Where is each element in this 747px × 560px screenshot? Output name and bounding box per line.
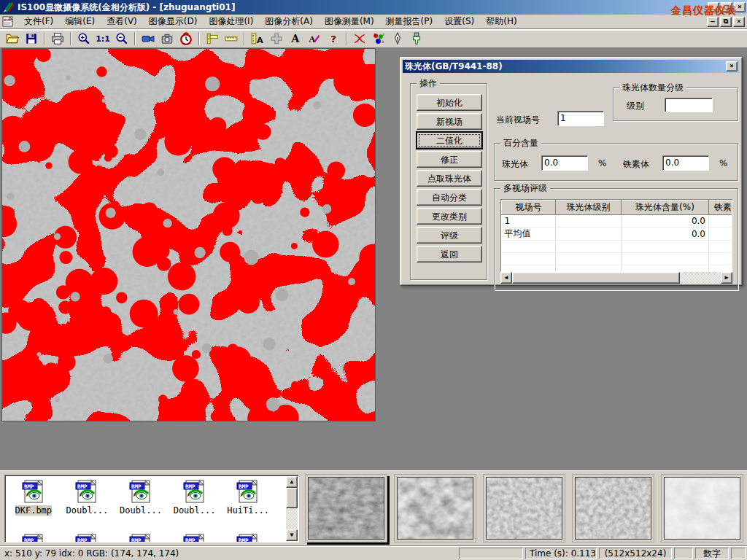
toolbar-button-timer-icon[interactable]: [177, 31, 196, 47]
toolbar-button-measure-label-icon[interactable]: A: [248, 31, 267, 47]
menu-item[interactable]: 设置(S): [438, 14, 480, 29]
thumbnail[interactable]: [483, 474, 565, 542]
pearlite-percent-input[interactable]: 0.0: [541, 155, 588, 171]
toolbar-button-annotate-icon[interactable]: A: [305, 31, 324, 47]
table-row[interactable]: [502, 253, 733, 265]
child-minimize-button[interactable]: —: [707, 17, 719, 27]
file-item[interactable]: BMP: [7, 531, 61, 542]
table-header[interactable]: 视场号: [502, 201, 556, 215]
toolbar-button-text-icon[interactable]: A: [286, 31, 305, 47]
toolbar-button-caliper-icon[interactable]: [203, 31, 222, 47]
child-restore-button[interactable]: ⧉: [720, 17, 732, 27]
scroll-down-icon[interactable]: ▼: [286, 529, 298, 541]
table-cell: [709, 215, 733, 228]
dialog-button-初始化[interactable]: 初始化: [417, 94, 482, 111]
dialog-button-自动分类[interactable]: 自动分类: [417, 189, 482, 206]
table-header[interactable]: 珠光体含量(%): [622, 201, 709, 215]
toolbar-separator: [244, 32, 245, 45]
thumbnail[interactable]: [305, 474, 387, 542]
toolbar-separator: [70, 32, 71, 45]
dialog-button-更改类别[interactable]: 更改类别: [417, 208, 482, 225]
operations-group-label: 操作: [417, 78, 440, 88]
scrollbar-thumb[interactable]: [512, 272, 680, 284]
status-image-size: (512x512x24): [599, 548, 672, 559]
menu-item[interactable]: 图像显示(D): [143, 14, 204, 29]
child-close-button[interactable]: ×: [733, 17, 745, 27]
current-field-input[interactable]: 1: [557, 111, 604, 126]
menu-item[interactable]: 编辑(E): [59, 14, 101, 29]
scroll-up-icon[interactable]: ▲: [286, 476, 298, 488]
file-item[interactable]: BMPDoubl...: [168, 477, 222, 531]
multi-field-group: 多视场评级 视场号珠光体级别珠光体含量(%)铁素体含量(%)10.0平均值0.0…: [494, 188, 738, 290]
file-item[interactable]: BMP: [61, 531, 115, 542]
thumbnail[interactable]: [394, 474, 476, 542]
thumbnail[interactable]: [661, 474, 743, 542]
toolbar-button-actual-size-icon[interactable]: 1:1: [93, 31, 112, 47]
toolbar-button-save-icon[interactable]: [22, 31, 41, 47]
table-header[interactable]: 铁素体含量(%): [709, 201, 733, 215]
toolbar-button-zoom-out-icon[interactable]: [112, 31, 131, 47]
table-horizontal-scrollbar[interactable]: ◀ ▶: [500, 272, 732, 284]
toolbar-button-curve-tool-icon[interactable]: [350, 31, 369, 47]
menu-item[interactable]: 查看(V): [101, 14, 143, 29]
menu-item[interactable]: 文件(F): [18, 14, 59, 29]
status-blank-2: [674, 548, 693, 559]
menu-item[interactable]: 图像分析(A): [259, 14, 319, 29]
ferrite-percent-input[interactable]: 0.0: [662, 155, 709, 171]
metallographic-image-binarized[interactable]: [1, 48, 376, 421]
thumbnail[interactable]: [572, 474, 654, 542]
toolbar-button-pen-tool-icon[interactable]: [388, 31, 407, 47]
document-icon: DOC: [2, 16, 15, 27]
window-maximize-button[interactable]: □: [721, 2, 732, 12]
table-row[interactable]: [502, 241, 733, 253]
file-item[interactable]: BMPDoubl...: [114, 477, 168, 531]
dialog-button-修正[interactable]: 修正: [417, 151, 482, 168]
menu-item[interactable]: 测量报告(P): [380, 14, 439, 29]
table-row[interactable]: [502, 265, 733, 273]
file-item[interactable]: BMPDoubl...: [61, 477, 115, 531]
dialog-close-button[interactable]: ×: [726, 61, 738, 71]
menu-item[interactable]: 帮助(H): [480, 14, 522, 29]
dialog-button-返回[interactable]: 返回: [417, 246, 482, 262]
file-item[interactable]: BMP: [168, 531, 222, 542]
toolbar-button-open-file-icon[interactable]: [3, 31, 22, 47]
toolbar-button-camera-capture-icon[interactable]: [158, 31, 177, 47]
toolbar-button-ruler-icon[interactable]: [222, 31, 241, 47]
operations-group: 操作 初始化新视场二值化修正点取珠光体自动分类更改类别评级返回: [410, 83, 487, 280]
toolbar-button-classify-dots-icon[interactable]: 123: [369, 31, 388, 47]
rating-table[interactable]: 视场号珠光体级别珠光体含量(%)铁素体含量(%)10.0平均值0.0: [500, 199, 732, 272]
grade-input[interactable]: [665, 98, 713, 112]
toolbar-button-print-icon[interactable]: [48, 31, 67, 47]
table-row[interactable]: 10.0: [502, 215, 733, 228]
dialog-button-点取珠光体[interactable]: 点取珠光体: [417, 170, 482, 187]
menu-item[interactable]: 图像处理(I): [203, 14, 259, 29]
window-minimize-button[interactable]: _: [708, 2, 719, 12]
scroll-left-icon[interactable]: ◀: [500, 272, 512, 284]
table-cell: [622, 265, 709, 273]
toolbar-button-help-icon[interactable]: ?: [324, 31, 343, 47]
table-cell: [622, 241, 709, 253]
file-scrollbar-thumb[interactable]: [286, 488, 298, 508]
toolbar-button-video-capture-icon[interactable]: [139, 31, 158, 47]
file-item[interactable]: BMP: [221, 531, 275, 542]
table-cell: 1: [502, 215, 556, 228]
grade-group-label: 珠光体数量分级: [619, 82, 686, 93]
scroll-right-icon[interactable]: ▶: [721, 272, 732, 284]
menu-items: 文件(F)编辑(E)查看(V)图像显示(D)图像处理(I)图像分析(A)图像测量…: [18, 14, 523, 29]
toolbar-button-brush-tool-icon[interactable]: [407, 31, 426, 47]
file-item[interactable]: BMPHuiTi...: [221, 477, 275, 531]
dialog-button-二值化[interactable]: 二值化: [417, 132, 482, 149]
table-header[interactable]: 珠光体级别: [556, 201, 622, 215]
toolbar-button-grid-icon[interactable]: [267, 31, 286, 47]
dialog-button-新视场[interactable]: 新视场: [417, 113, 482, 130]
dialog-button-评级[interactable]: 评级: [417, 227, 482, 244]
menu-item[interactable]: 图像测量(M): [319, 14, 380, 29]
dialog-title-bar[interactable]: 珠光体(GB/T9441-88) ×: [403, 60, 740, 73]
bmp-file-icon: BMP: [182, 479, 207, 504]
table-row[interactable]: 平均值0.0: [502, 228, 733, 241]
file-item[interactable]: BMPDKF.bmp: [7, 477, 61, 531]
toolbar-button-zoom-in-icon[interactable]: [74, 31, 93, 47]
file-list-scrollbar[interactable]: ▲ ▼: [286, 476, 298, 541]
window-close-button[interactable]: ×: [734, 2, 746, 12]
file-item[interactable]: BMP: [114, 531, 168, 542]
